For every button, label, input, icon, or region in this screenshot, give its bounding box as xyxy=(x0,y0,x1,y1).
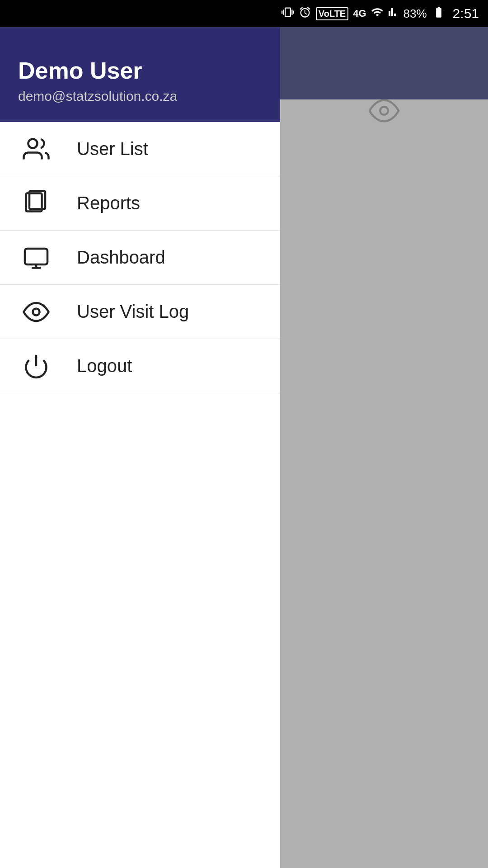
menu-item-reports[interactable]: Reports xyxy=(0,176,280,231)
menu-label-dashboard: Dashboard xyxy=(77,247,165,268)
menu-item-user-list[interactable]: User List xyxy=(0,122,280,176)
users-icon xyxy=(18,131,54,167)
time: 2:51 xyxy=(453,6,479,21)
right-panel-header xyxy=(280,27,488,99)
eye-icon xyxy=(18,294,54,330)
power-icon xyxy=(18,348,54,384)
right-panel xyxy=(280,27,488,868)
svg-point-7 xyxy=(33,308,40,315)
volte-icon: VoLTE xyxy=(316,7,348,20)
svg-point-0 xyxy=(380,107,388,115)
menu-label-user-visit-log: User Visit Log xyxy=(77,302,189,322)
battery-icon xyxy=(432,6,446,22)
alarm-icon xyxy=(299,6,311,22)
menu-item-dashboard[interactable]: Dashboard xyxy=(0,231,280,285)
user-name: Demo User xyxy=(18,57,262,84)
navigation-drawer: Demo User demo@statzsolution.co.za User … xyxy=(0,27,280,868)
signal2-icon xyxy=(388,6,399,22)
menu-label-reports: Reports xyxy=(77,193,140,213)
4g-icon: 4G xyxy=(353,8,366,19)
menu-list: User List Reports Dashboard xyxy=(0,122,280,868)
battery-percentage: 83% xyxy=(404,7,427,21)
reports-icon xyxy=(18,185,54,222)
menu-item-logout[interactable]: Logout xyxy=(0,339,280,393)
status-bar-right: VoLTE 4G 83% 2:51 xyxy=(282,6,479,22)
svg-rect-4 xyxy=(25,249,47,264)
vibrate-icon xyxy=(282,6,294,22)
eye-icon-background xyxy=(364,95,404,128)
menu-label-logout: Logout xyxy=(77,356,132,376)
svg-point-1 xyxy=(28,139,38,148)
drawer-header: Demo User demo@statzsolution.co.za xyxy=(0,27,280,122)
menu-item-user-visit-log[interactable]: User Visit Log xyxy=(0,285,280,339)
menu-label-user-list: User List xyxy=(77,139,148,159)
dashboard-icon xyxy=(18,240,54,276)
signal-icon xyxy=(371,6,384,22)
user-email: demo@statzsolution.co.za xyxy=(18,89,262,104)
status-bar: VoLTE 4G 83% 2:51 xyxy=(0,0,488,27)
